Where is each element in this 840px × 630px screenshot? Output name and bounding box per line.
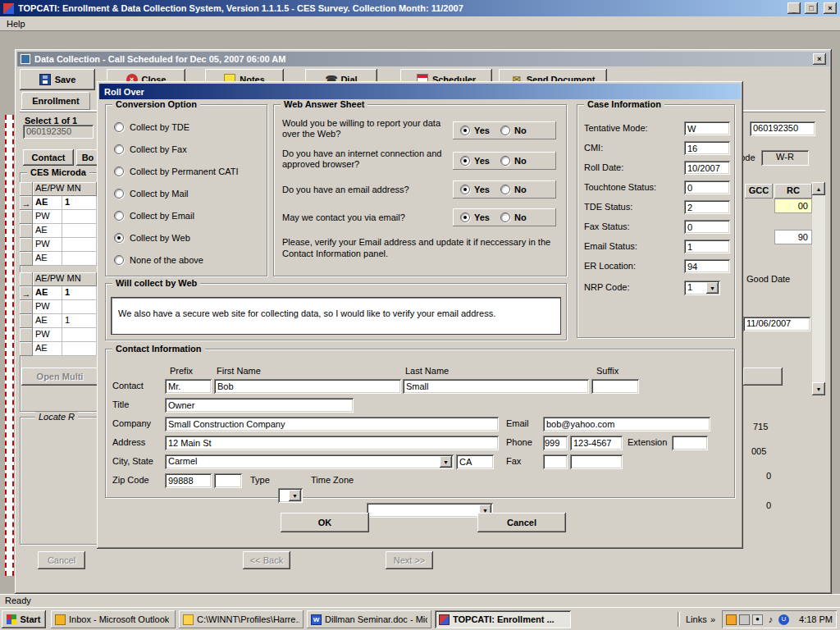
messenger-icon[interactable]: U [778,614,789,625]
taskbar-item-word[interactable]: W Dillman Seminar.doc - Mic... [307,610,431,628]
table-row[interactable]: AE [20,252,97,266]
grid-cell[interactable] [62,300,97,314]
row-selector[interactable] [20,342,33,356]
fax-status-input[interactable] [684,220,730,234]
grid-cell[interactable]: 1 [62,314,97,328]
grid-cell[interactable] [62,210,97,224]
q2-yes-radio[interactable] [460,156,470,166]
row-selector[interactable] [20,314,33,328]
table-row[interactable]: AE [20,342,97,356]
tab-enrollment[interactable]: Enrollment [21,92,90,110]
scroll-down-icon[interactable]: ▼ [812,382,825,395]
row-selector[interactable] [20,182,33,196]
volume-icon[interactable]: ♪ [765,614,776,625]
email-input[interactable] [543,417,710,431]
table-row[interactable]: AE [20,224,97,238]
lock-icon[interactable]: ● [752,614,763,625]
zip-code-input[interactable] [165,473,212,488]
links-toolbar[interactable]: Links [686,614,707,624]
q4-no-radio[interactable] [500,212,510,222]
address-input[interactable] [165,436,499,450]
grid-cell[interactable]: AE [33,224,62,238]
grid-cell[interactable]: AE [33,286,62,300]
contact-tab-button[interactable]: Contact [23,149,74,166]
rc-cell-90[interactable]: 90 [774,230,812,244]
row-selector[interactable] [20,328,33,342]
prefix-input[interactable] [165,379,212,394]
grid-cell[interactable] [62,328,97,342]
state-input[interactable] [456,454,494,469]
table-row[interactable]: PW [20,238,97,252]
chevron-down-icon[interactable]: ▼ [440,456,452,468]
table-row[interactable]: PW [20,210,97,224]
chevron-icon[interactable]: » [710,614,715,624]
taskbar-item-topcati[interactable]: TOPCATI: Enrollment ... [435,610,571,628]
table-row[interactable]: AE 1 [20,314,97,328]
q4-yes-radio[interactable] [460,212,470,222]
close-button[interactable]: × [824,2,837,14]
radio-collect-email[interactable]: Collect by Email [114,210,194,221]
maximize-button[interactable]: □ [805,2,818,14]
row-selector[interactable] [20,210,33,224]
roll-date-input[interactable] [684,161,730,175]
table-row[interactable]: → AE 1 [20,286,97,300]
cancel-nav-button[interactable]: Cancel [38,551,85,569]
zip-plus4-input[interactable] [214,473,242,488]
taskbar-item-outlook[interactable]: Inbox - Microsoft Outlook [51,610,176,628]
title-input[interactable] [165,398,354,413]
row-selector[interactable] [20,224,33,238]
radio-collect-permanent-cati[interactable]: Collect by Permanent CATI [114,166,238,177]
fax-area-input[interactable] [543,454,568,469]
grid-cell[interactable]: 1 [62,196,97,210]
grid-cell[interactable]: AE [33,252,62,266]
row-selector[interactable] [20,252,33,266]
row-selector[interactable] [20,238,33,252]
partial-right-button[interactable] [743,368,783,386]
save-button[interactable]: Save [20,69,95,90]
q1-no-radio[interactable] [500,126,510,135]
row-selector[interactable] [20,300,33,314]
grid-cell[interactable] [62,238,97,252]
grid-cell[interactable] [62,252,97,266]
radio-collect-mail[interactable]: Collect by Mail [114,188,189,199]
chevron-down-icon[interactable]: ▼ [289,490,301,501]
suffix-input[interactable] [591,379,639,394]
touchtone-status-input[interactable] [684,180,730,194]
phone-area-input[interactable] [543,436,568,450]
grid-cell[interactable]: PW [33,328,62,342]
taskbar-item-explorer[interactable]: C:\WINNT\Profiles\Harre... [179,610,304,628]
open-multi-button[interactable]: Open Multi [21,368,98,386]
grid-cell[interactable]: AE [33,196,62,210]
grid-cell[interactable]: AE [33,342,62,356]
next-button[interactable]: Next >> [386,551,433,569]
tentative-mode-input[interactable] [684,121,730,135]
radio-collect-web[interactable]: Collect by Web [114,232,190,244]
display-icon[interactable] [739,614,750,625]
cancel-button[interactable]: Cancel [477,513,566,532]
grid-cell[interactable]: 1 [62,286,97,300]
back-button[interactable]: << Back [243,551,290,569]
partial-tab-button[interactable]: Bo [76,149,99,166]
nrp-code-select[interactable]: 1 ▼ [684,281,720,295]
reminder-icon[interactable] [726,614,737,625]
grid-cell[interactable]: PW [33,238,62,252]
menu-help[interactable]: Help [7,19,25,29]
first-name-input[interactable] [214,379,401,394]
er-location-input[interactable] [684,259,730,273]
grid-cell[interactable]: PW [33,210,62,224]
grid-cell[interactable] [62,224,97,238]
last-name-input[interactable] [403,379,589,394]
company-input[interactable] [165,417,499,431]
cmi-input[interactable] [684,141,730,155]
row-selector[interactable] [20,272,33,286]
phone-number-input[interactable] [570,436,623,450]
email-status-input[interactable] [684,240,730,253]
extension-input[interactable] [672,436,708,450]
q3-no-radio[interactable] [500,185,510,194]
tde-status-input[interactable] [684,200,730,214]
grid-cell[interactable]: PW [33,300,62,314]
table-row[interactable]: PW [20,328,97,342]
radio-collect-tde[interactable]: Collect by TDE [114,121,189,133]
rc-cell-00[interactable]: 00 [774,199,812,213]
minimize-button[interactable]: _ [788,2,801,14]
